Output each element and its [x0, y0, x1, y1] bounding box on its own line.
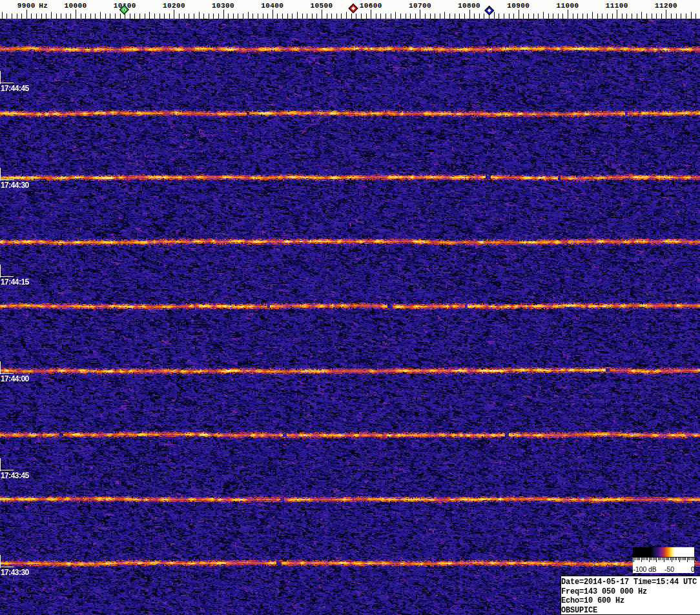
svg-text:11000: 11000 — [556, 2, 579, 10]
svg-text:10600: 10600 — [360, 2, 382, 10]
svg-text:10000: 10000 — [64, 2, 87, 10]
svg-text:9900: 9900 — [17, 2, 36, 10]
svg-text:10500: 10500 — [310, 2, 333, 10]
svg-text:10200: 10200 — [163, 2, 185, 10]
svg-text:10300: 10300 — [212, 2, 234, 10]
svg-text:10900: 10900 — [507, 2, 530, 10]
svg-text:11200: 11200 — [655, 2, 677, 10]
svg-text:Hz: Hz — [39, 2, 48, 10]
svg-text:10400: 10400 — [261, 2, 283, 10]
svg-text:10700: 10700 — [409, 2, 431, 10]
svg-text:10800: 10800 — [458, 2, 480, 10]
svg-text:11100: 11100 — [606, 2, 628, 10]
